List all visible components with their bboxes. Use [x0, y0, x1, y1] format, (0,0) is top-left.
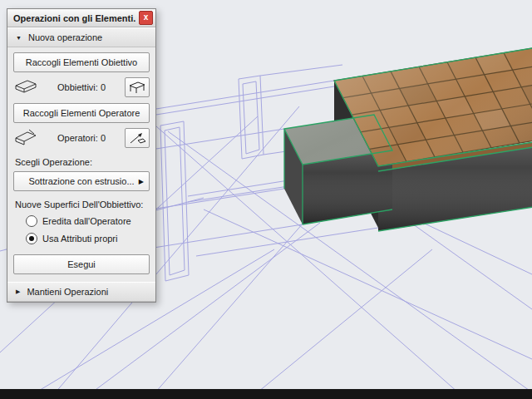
radio-own-label: Usa Attributi propri	[42, 234, 117, 244]
execute-button[interactable]: Esegui	[13, 254, 150, 274]
section-mantieni-operazioni[interactable]: ▶ Mantieni Operazioni	[7, 282, 155, 302]
new-surfaces-label: Nuove Superfici Dell'Obbiettivo:	[15, 200, 148, 209]
close-button[interactable]: x	[139, 11, 153, 25]
collect-target-elements-label: Raccogli Elementi Obiettivo	[26, 57, 138, 67]
section-expanded-icon: ▼	[16, 35, 22, 41]
section-nuova-operazione-label: Nuova operazione	[28, 32, 102, 42]
operation-dropdown[interactable]: Sottrazione con estrusio... ▶	[13, 171, 150, 191]
solid-element-operations-palette: Operazioni con gli Elementi... x ▼ Nuova…	[7, 8, 156, 303]
targets-row: Obbiettivi: 0	[13, 76, 150, 98]
radio-unselected-icon	[26, 215, 37, 227]
operator-pick-icon	[127, 131, 147, 145]
collect-operator-elements-label: Raccogli Elementi Operatore	[23, 108, 140, 118]
pick-target-button[interactable]	[125, 77, 150, 97]
section-nuova-operazione[interactable]: ▼ Nuova operazione	[7, 27, 155, 47]
section-collapsed-icon: ▶	[16, 288, 20, 295]
collect-operator-elements-button[interactable]: Raccogli Elementi Operatore	[13, 103, 150, 123]
bottom-window-edge	[0, 389, 532, 399]
operators-count: Operatori: 0	[38, 133, 125, 143]
target-pick-icon	[127, 80, 147, 95]
radio-inherit-label: Eredita dall'Operatore	[42, 216, 131, 226]
palette-title: Operazioni con gli Elementi...	[13, 13, 135, 23]
dropdown-menu-arrow-icon: ▶	[139, 178, 144, 185]
radio-use-own-attributes[interactable]: Usa Attributi propri	[26, 233, 155, 244]
radio-inherit-from-operator[interactable]: Eredita dall'Operatore	[26, 215, 155, 227]
operators-row: Operatori: 0	[13, 127, 150, 149]
operation-dropdown-value: Sottrazione con estrusio...	[28, 176, 134, 186]
operator-element-icon	[13, 128, 38, 148]
execute-button-label: Esegui	[67, 259, 96, 269]
targets-count: Obbiettivi: 0	[38, 82, 125, 92]
pick-operator-button[interactable]	[125, 128, 150, 148]
choose-operation-label: Scegli Operazione:	[15, 157, 148, 167]
section-mantieni-operazioni-label: Mantieni Operazioni	[27, 287, 108, 297]
collect-target-elements-button[interactable]: Raccogli Elementi Obiettivo	[13, 52, 150, 72]
target-element-icon	[13, 77, 38, 97]
radio-selected-icon	[26, 233, 37, 244]
application-window: Operazioni con gli Elementi... x ▼ Nuova…	[0, 0, 532, 399]
palette-title-bar[interactable]: Operazioni con gli Elementi... x	[7, 9, 155, 27]
